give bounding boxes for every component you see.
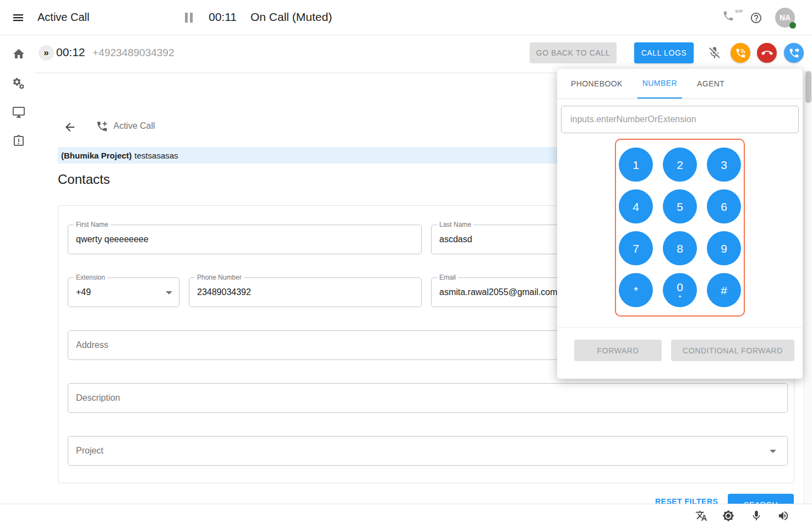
banner-text: testsasasas <box>134 151 178 160</box>
section-title: Active Call <box>113 121 155 131</box>
forward-button[interactable]: FORWARD <box>574 340 662 361</box>
sip-label: SIP <box>735 9 743 14</box>
hamburger-menu-icon[interactable] <box>11 11 25 24</box>
dialpad-key-0[interactable]: 0+ <box>663 273 697 307</box>
extension-field[interactable]: Extension +49 <box>68 277 179 307</box>
chevron-down-icon <box>166 291 172 295</box>
avatar-initials: NA <box>780 13 791 22</box>
call-status-text: On Call (Muted) <box>250 10 332 24</box>
contacts-heading: Contacts <box>58 172 110 187</box>
dialpad-key-2[interactable]: 2 <box>663 148 697 182</box>
report-icon <box>12 134 25 148</box>
call-end-icon <box>761 47 773 59</box>
microphone-icon[interactable] <box>750 510 762 522</box>
phone-in-talk-icon <box>735 47 746 59</box>
dialpad-key-3[interactable]: 3 <box>707 148 741 182</box>
sidebar-item-settings[interactable] <box>12 77 25 90</box>
scrollbar-thumb[interactable] <box>805 71 811 103</box>
first-name-field[interactable]: First Name <box>68 225 422 254</box>
dialpad-key-star[interactable]: * <box>619 273 653 307</box>
extension-value: +49 <box>68 278 179 307</box>
desktop-icon <box>12 106 25 119</box>
first-name-input[interactable] <box>68 225 421 254</box>
phone-number-input[interactable] <box>189 278 421 307</box>
sidebar-item-reports[interactable] <box>12 134 25 148</box>
dialpad-key-6[interactable]: 6 <box>707 189 741 223</box>
end-call-button[interactable] <box>757 43 777 63</box>
back-arrow-icon[interactable] <box>63 121 77 134</box>
popup-divider <box>557 327 803 328</box>
pause-icon[interactable] <box>185 13 193 23</box>
sidebar-item-home[interactable] <box>12 47 25 61</box>
dialpad: 1 2 3 4 5 6 7 8 9 * 0+ # <box>615 139 745 317</box>
bottom-bar <box>0 504 812 529</box>
home-icon <box>12 47 25 61</box>
conditional-forward-button[interactable]: CONDITIONAL FORWARD <box>671 340 794 361</box>
extension-label: Extension <box>74 274 107 281</box>
vertical-scrollbar[interactable] <box>804 70 812 529</box>
number-or-extension-input[interactable] <box>561 106 799 133</box>
tab-number[interactable]: NUMBER <box>637 69 682 99</box>
resume-call-button[interactable] <box>731 43 750 63</box>
tab-phonebook[interactable]: PHONEBOOK <box>566 69 628 99</box>
speaker-icon[interactable] <box>777 510 789 522</box>
sidebar-item-desktop[interactable] <box>12 106 25 119</box>
online-status-dot <box>789 22 796 29</box>
sip-phone-icon[interactable]: SIP <box>722 10 742 25</box>
settings-gears-icon <box>12 77 25 90</box>
dialpad-key-5[interactable]: 5 <box>663 189 697 223</box>
dialpad-key-4[interactable]: 4 <box>619 189 653 223</box>
dialer-tabs: PHONEBOOK NUMBER AGENT <box>557 69 803 99</box>
transfer-call-button[interactable] <box>784 43 804 63</box>
transfer-dialer-popup: PHONEBOOK NUMBER AGENT 1 2 3 4 5 6 7 8 9… <box>557 69 803 379</box>
translate-icon[interactable] <box>695 510 707 522</box>
help-icon[interactable] <box>750 12 762 24</box>
chevron-down-icon <box>770 450 776 453</box>
phone-number-field[interactable]: Phone Number <box>189 277 422 307</box>
double-chevron-icon: » <box>43 47 48 58</box>
dialpad-key-8[interactable]: 8 <box>663 231 697 265</box>
brightness-icon[interactable] <box>722 510 734 522</box>
add-call-icon <box>96 120 108 133</box>
description-input[interactable] <box>68 384 787 412</box>
description-field[interactable] <box>68 383 788 413</box>
tab-agent[interactable]: AGENT <box>692 69 729 99</box>
go-back-to-call-button[interactable]: GO BACK TO CALL <box>530 42 617 63</box>
dialpad-key-7[interactable]: 7 <box>619 231 653 265</box>
dialpad-zero-plus: + <box>678 293 682 299</box>
header-call-timer: 00:11 <box>209 10 237 24</box>
app-window: Active Call 00:11 On Call (Muted) SIP NA… <box>0 0 812 529</box>
top-header: Active Call 00:11 On Call (Muted) SIP NA <box>0 0 812 35</box>
project-placeholder: Project <box>68 437 787 465</box>
page-title: Active Call <box>37 11 89 24</box>
dialpad-key-1[interactable]: 1 <box>619 148 653 182</box>
dialpad-key-hash[interactable]: # <box>707 273 741 307</box>
expand-call-button[interactable]: » <box>39 45 54 61</box>
dialpad-key-9[interactable]: 9 <box>707 231 741 265</box>
project-select-field[interactable]: Project <box>68 436 788 466</box>
call-logs-button[interactable]: CALL LOGS <box>634 42 694 63</box>
banner-project-name: (Bhumika Project) <box>61 151 132 160</box>
phone-forwarded-icon <box>788 47 800 59</box>
mic-muted-icon[interactable] <box>707 46 722 60</box>
caller-phone-number: +4923489034392 <box>92 47 174 59</box>
toolbar-call-timer: 00:12 <box>56 46 85 59</box>
